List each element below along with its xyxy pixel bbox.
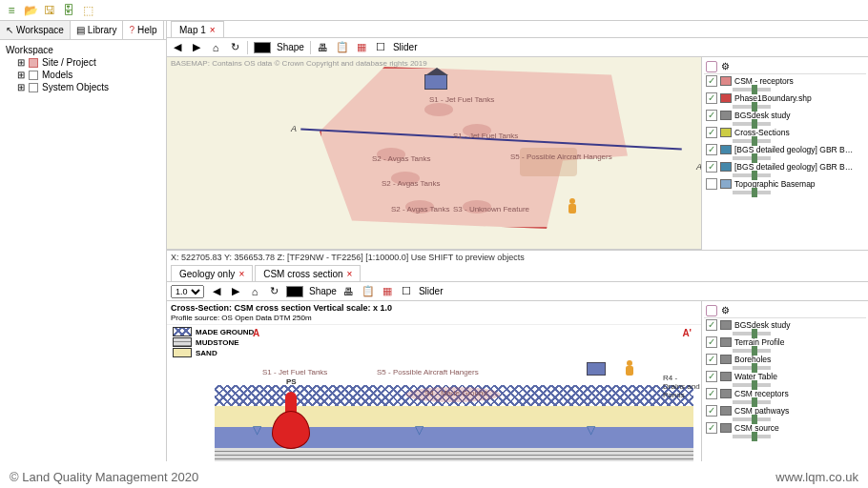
- opacity-slider[interactable]: [733, 332, 771, 336]
- layer-checkbox[interactable]: ✓: [706, 354, 717, 365]
- layer-item[interactable]: ✓ CSM - receptors: [704, 74, 866, 88]
- gear-icon[interactable]: ⚙: [721, 61, 730, 71]
- tab-label: Map 1: [179, 25, 206, 35]
- layer-item[interactable]: ✓ Cross-Sections: [704, 126, 866, 139]
- close-icon[interactable]: ×: [347, 269, 353, 279]
- home-icon[interactable]: ⌂: [209, 41, 222, 54]
- xs-layers-panel: ⚙ ✓ BGSdesk study✓ Terrain Profile✓ Bore…: [701, 301, 868, 461]
- opacity-slider[interactable]: [733, 122, 771, 126]
- layer-item[interactable]: ✓ Boreholes: [704, 353, 866, 366]
- layer-checkbox[interactable]: ✓: [706, 75, 717, 87]
- close-icon[interactable]: ×: [238, 269, 244, 279]
- layer-icon: [720, 111, 732, 120]
- link-icon[interactable]: [706, 305, 717, 316]
- layer-checkbox[interactable]: ✓: [706, 319, 717, 331]
- layer-checkbox[interactable]: ✓: [706, 422, 717, 434]
- menu-icon[interactable]: ≡: [4, 3, 19, 18]
- layer-label: BGSdesk study: [734, 111, 791, 120]
- layer-item[interactable]: ✓ Phase1Boundary.shp: [704, 92, 866, 105]
- home-icon[interactable]: ⌂: [248, 285, 261, 298]
- scale-dropdown[interactable]: 1.0: [171, 285, 204, 298]
- fwd-icon[interactable]: ▶: [190, 41, 203, 54]
- plus-icon: ⊞: [17, 82, 25, 92]
- clipboard-icon[interactable]: 📋: [362, 285, 375, 298]
- fwd-icon[interactable]: ▶: [229, 285, 242, 298]
- tree-label: System Objects: [42, 82, 109, 92]
- opacity-slider[interactable]: [733, 139, 771, 143]
- tab-workspace[interactable]: ↖ Workspace: [0, 21, 71, 39]
- layer-checkbox[interactable]: ✓: [706, 336, 717, 348]
- color-swatch[interactable]: [286, 286, 303, 297]
- slider-checkbox[interactable]: ☐: [400, 285, 413, 298]
- print-icon[interactable]: 🖶: [317, 41, 330, 54]
- tab-library[interactable]: ▤ Library: [71, 21, 124, 39]
- map-row: BASEMAP: Contains OS data © Crown Copyri…: [167, 57, 868, 250]
- opacity-slider[interactable]: [733, 105, 771, 109]
- tree-item-system[interactable]: ⊞ System Objects: [4, 81, 162, 93]
- gear-icon[interactable]: ⚙: [721, 305, 730, 315]
- opacity-slider[interactable]: [733, 156, 771, 160]
- open-icon[interactable]: 📂: [23, 3, 38, 18]
- layer-checkbox[interactable]: ✓: [706, 144, 717, 155]
- layer-label: BGSdesk study: [734, 320, 791, 330]
- layer-checkbox[interactable]: ✓: [706, 110, 717, 121]
- opacity-slider[interactable]: [733, 173, 771, 177]
- layer-checkbox[interactable]: ✓: [706, 405, 717, 417]
- layer-checkbox[interactable]: ✓: [706, 371, 717, 382]
- layer-checkbox[interactable]: ✓: [706, 388, 717, 399]
- disk-icon[interactable]: 🖫: [42, 3, 57, 18]
- opacity-slider[interactable]: [733, 366, 771, 370]
- section-a-prime-label: A': [682, 328, 692, 338]
- xs-tab-geology[interactable]: Geology only ×: [171, 265, 253, 281]
- back-icon[interactable]: ◀: [171, 41, 184, 54]
- slider-checkbox[interactable]: ☐: [374, 41, 387, 54]
- layer-checkbox[interactable]: ✓: [706, 127, 717, 138]
- layer-item[interactable]: ✓ CSM receptors: [704, 387, 866, 400]
- layer-label: Terrain Profile: [734, 337, 784, 347]
- layer-checkbox[interactable]: ✓: [706, 161, 717, 173]
- layer-item[interactable]: ✓ [BGS detailed geology] GBR BGS 1:50k S…: [704, 143, 866, 156]
- opacity-slider[interactable]: [733, 349, 771, 353]
- layer-checkbox[interactable]: [706, 178, 717, 190]
- xs-tab-csm[interactable]: CSM cross section ×: [255, 265, 361, 281]
- map-tab-1[interactable]: Map 1 ×: [171, 21, 224, 37]
- layer-item[interactable]: ✓ Water Table: [704, 370, 866, 383]
- tree-item-models[interactable]: ⊞ Models: [4, 69, 162, 81]
- map-canvas[interactable]: BASEMAP: Contains OS data © Crown Copyri…: [167, 57, 701, 250]
- link-icon[interactable]: [706, 61, 717, 72]
- opacity-slider[interactable]: [733, 191, 771, 194]
- opacity-slider[interactable]: [733, 88, 771, 92]
- layer-item[interactable]: ✓ BGSdesk study: [704, 318, 866, 332]
- opacity-slider[interactable]: [733, 383, 771, 387]
- opacity-slider[interactable]: [733, 435, 771, 438]
- refresh-icon[interactable]: ↻: [267, 285, 280, 298]
- opacity-slider[interactable]: [733, 417, 771, 421]
- feature-label: S2 - Avgas Tanks: [382, 179, 441, 188]
- print-icon[interactable]: 🖶: [342, 285, 356, 298]
- tree-root[interactable]: Workspace: [4, 44, 162, 56]
- tab-help[interactable]: ? Help: [123, 21, 163, 39]
- clipboard-icon[interactable]: 📋: [336, 41, 349, 54]
- back-icon[interactable]: ◀: [210, 285, 223, 298]
- close-icon[interactable]: ×: [210, 25, 216, 35]
- layer-icon: [720, 355, 732, 364]
- opacity-slider[interactable]: [733, 400, 771, 404]
- layer-item[interactable]: ✓ CSM source: [704, 421, 866, 435]
- shape-label: Shape: [309, 286, 337, 296]
- layer-item[interactable]: ✓ BGSdesk study: [704, 109, 866, 122]
- refresh-icon[interactable]: ↻: [228, 41, 241, 54]
- layer-item[interactable]: Topographic Basemap: [704, 177, 866, 191]
- layer-item[interactable]: ✓ Terrain Profile: [704, 336, 866, 349]
- grid-icon[interactable]: ▦: [355, 41, 368, 54]
- color-swatch[interactable]: [254, 42, 271, 53]
- xs-canvas[interactable]: Cross-Section: CSM cross section Vertica…: [167, 301, 701, 461]
- grid-icon[interactable]: ▦: [381, 285, 394, 298]
- layer-item[interactable]: ✓ [BGS detailed geology] GBR BGS 1:50k B…: [704, 160, 866, 173]
- cube-icon[interactable]: ⬚: [80, 3, 95, 18]
- xs-feature-label: R4 - Drains and Ponds: [663, 374, 701, 399]
- tree-item-site[interactable]: ⊞ Site / Project: [4, 56, 162, 69]
- person-icon: [568, 198, 577, 214]
- layer-item[interactable]: ✓ CSM pathways: [704, 404, 866, 417]
- db-icon[interactable]: 🗄: [61, 3, 76, 18]
- layer-checkbox[interactable]: ✓: [706, 92, 717, 104]
